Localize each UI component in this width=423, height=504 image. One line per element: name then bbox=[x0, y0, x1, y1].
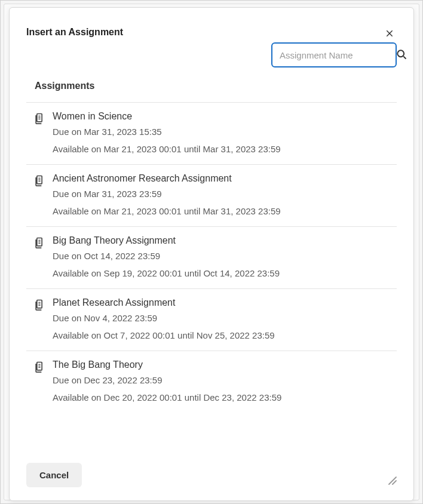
resize-icon bbox=[387, 475, 397, 487]
assignment-icon bbox=[33, 299, 45, 311]
assignment-title: The Big Bang Theory bbox=[53, 359, 281, 370]
assignment-availability: Available on Sep 19, 2022 00:01 until Oc… bbox=[53, 267, 280, 281]
assignment-due: Due on Mar 31, 2023 15:35 bbox=[53, 125, 281, 139]
svg-line-4 bbox=[389, 477, 396, 484]
assignment-title: Planet Research Assignment bbox=[53, 297, 275, 308]
assignment-title: Ancient Astronomer Research Assignment bbox=[53, 173, 281, 184]
dialog-header: Insert an Assignment bbox=[10, 8, 413, 41]
cancel-button[interactable]: Cancel bbox=[26, 463, 82, 487]
svg-line-5 bbox=[393, 481, 396, 484]
assignment-icon bbox=[33, 236, 45, 248]
assignment-body: Big Bang Theory AssignmentDue on Oct 14,… bbox=[53, 235, 280, 280]
assignment-body: Planet Research AssignmentDue on Nov 4, … bbox=[53, 297, 275, 342]
assignments-list: Women in ScienceDue on Mar 31, 2023 15:3… bbox=[10, 102, 413, 452]
assignment-body: Ancient Astronomer Research AssignmentDu… bbox=[53, 173, 281, 218]
assignment-availability: Available on Mar 21, 2023 00:01 until Ma… bbox=[53, 143, 281, 156]
assignment-icon bbox=[33, 361, 45, 373]
svg-line-3 bbox=[403, 56, 406, 59]
assignment-availability: Available on Dec 20, 2022 00:01 until De… bbox=[53, 391, 281, 405]
assignment-item[interactable]: Women in ScienceDue on Mar 31, 2023 15:3… bbox=[26, 102, 397, 164]
dialog-title: Insert an Assignment bbox=[26, 27, 123, 38]
assignment-due: Due on Nov 4, 2022 23:59 bbox=[53, 312, 275, 325]
assignments-section-title: Assignments bbox=[10, 67, 413, 102]
assignment-icon bbox=[33, 174, 45, 186]
assignment-item[interactable]: The Big Bang TheoryDue on Dec 23, 2022 2… bbox=[26, 351, 397, 413]
assignment-item[interactable]: Big Bang Theory AssignmentDue on Oct 14,… bbox=[26, 226, 397, 288]
assignment-due: Due on Dec 23, 2022 23:59 bbox=[53, 374, 281, 388]
assignment-body: The Big Bang TheoryDue on Dec 23, 2022 2… bbox=[53, 359, 281, 404]
dialog-footer: Cancel bbox=[10, 452, 413, 500]
insert-assignment-dialog: Insert an Assignment Assig bbox=[9, 7, 414, 501]
assignment-icon bbox=[33, 112, 45, 124]
svg-point-2 bbox=[397, 50, 404, 57]
search-icon bbox=[396, 48, 407, 62]
assignment-due: Due on Oct 14, 2022 23:59 bbox=[53, 250, 280, 263]
assignment-availability: Available on Mar 21, 2023 00:01 until Ma… bbox=[53, 205, 281, 219]
search-button[interactable] bbox=[393, 46, 410, 64]
search-field-wrap[interactable] bbox=[271, 42, 397, 67]
assignment-title: Big Bang Theory Assignment bbox=[53, 235, 280, 246]
assignment-availability: Available on Oct 7, 2022 00:01 until Nov… bbox=[53, 329, 275, 343]
close-icon bbox=[385, 29, 394, 40]
assignment-due: Due on Mar 31, 2023 23:59 bbox=[53, 188, 281, 201]
resize-handle[interactable] bbox=[386, 477, 397, 487]
assignment-search-input[interactable] bbox=[280, 50, 393, 60]
assignment-item[interactable]: Planet Research AssignmentDue on Nov 4, … bbox=[26, 288, 397, 351]
assignment-title: Women in Science bbox=[53, 111, 281, 122]
search-row bbox=[10, 39, 413, 67]
assignment-body: Women in ScienceDue on Mar 31, 2023 15:3… bbox=[53, 111, 281, 156]
assignment-item[interactable]: Ancient Astronomer Research AssignmentDu… bbox=[26, 164, 397, 226]
